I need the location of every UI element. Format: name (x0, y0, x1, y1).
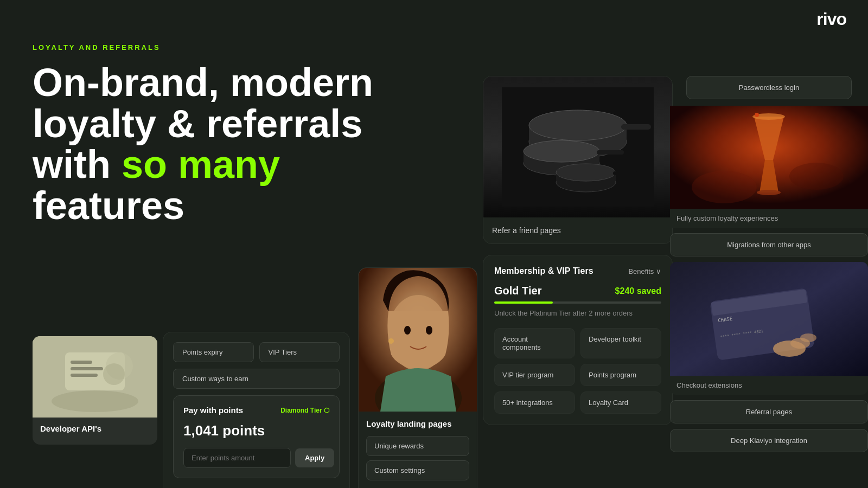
vip-tiers-pill: VIP Tiers (259, 342, 340, 362)
credit-card-illustration: CHASE **** **** **** 4821 (670, 262, 868, 376)
hero-title: On-brand, modern loyalty & referrals wit… (33, 62, 380, 226)
diamond-icon: ⬡ (324, 407, 329, 414)
points-input[interactable] (183, 448, 291, 468)
svg-point-32 (789, 163, 844, 190)
diamond-tier-badge: Diamond Tier ⬡ (280, 407, 329, 414)
vip-benefits: Benefits ∨ (628, 267, 661, 275)
hero-line1: On-brand, modern (33, 61, 373, 104)
svg-rect-22 (597, 150, 624, 155)
woman-photo (359, 268, 477, 412)
developer-bg-image (33, 336, 157, 418)
feature-loyalty-card: Loyalty Card (580, 391, 661, 414)
svg-point-12 (426, 326, 432, 335)
referral-card: Referral pages (670, 400, 868, 423)
features-panel: Points expiry VIP Tiers Custom ways to e… (163, 332, 350, 488)
vip-header: Membership & VIP Tiers Benefits ∨ (494, 266, 661, 276)
pay-with-points-card: Pay with points Diamond Tier ⬡ 1,041 poi… (173, 395, 340, 478)
cocktail-illustration (670, 106, 868, 209)
feature-account-components: Account components (494, 328, 575, 358)
feature-developer-toolkit: Developer toolkit (580, 328, 661, 358)
custom-ways-pill: Custom ways to earn (173, 369, 340, 389)
tier-progress-bar (494, 301, 661, 304)
cocktail-image (670, 106, 868, 209)
loyalty-landing-card: Loyalty landing pages Unique rewards Cus… (358, 267, 477, 488)
product-photo (483, 76, 672, 217)
pay-card-header: Pay with points Diamond Tier ⬡ (183, 406, 329, 415)
svg-rect-18 (621, 124, 651, 130)
savings-label: $240 saved (615, 286, 661, 296)
gold-tier-row: Gold Tier $240 saved (494, 285, 661, 297)
credit-card-image: CHASE **** **** **** 4821 (670, 262, 868, 376)
deepklaviyo-card: Deep Klaviyo integration (670, 429, 868, 452)
developer-card-label: Developer API's (33, 418, 157, 440)
apply-button[interactable]: Apply (295, 448, 334, 467)
svg-point-28 (757, 190, 781, 195)
custom-settings-btn: Custom settings (366, 460, 469, 480)
svg-point-30 (755, 113, 759, 117)
gold-tier-label: Gold Tier (494, 285, 541, 297)
passwordless-card: Passwordless login (686, 76, 852, 99)
svg-point-40 (800, 333, 816, 342)
feature-vip-tier-program: VIP tier program (494, 364, 575, 386)
pill-row-1: Points expiry VIP Tiers (173, 342, 340, 362)
hero-section: LOYALTY AND REFERRALS On-brand, modern l… (33, 43, 380, 226)
vip-sublabel: Unlock the Platinum Tier after 2 more or… (494, 309, 661, 317)
loyalty-landing-label: Loyalty landing pages (359, 412, 477, 436)
developer-api-card: Developer API's (33, 336, 157, 445)
svg-point-31 (692, 171, 757, 203)
feature-grid: Account components Developer toolkit VIP… (494, 328, 661, 414)
svg-point-13 (388, 338, 394, 344)
cocktail-label: Fully custom loyalty experiences (670, 209, 868, 228)
cocktail-card: Fully custom loyalty experiences (670, 106, 868, 228)
svg-point-11 (404, 326, 411, 335)
developer-illustration (33, 336, 157, 418)
feature-integrations: 50+ integrations (494, 391, 575, 414)
feature-points-program: Points program (580, 364, 661, 386)
svg-point-25 (556, 164, 616, 181)
header: rivo (0, 0, 868, 38)
svg-point-7 (103, 363, 125, 385)
hero-accent: so many (122, 143, 280, 186)
svg-point-17 (529, 110, 627, 140)
hero-line4: features (33, 184, 184, 227)
pay-card-title: Pay with points (183, 406, 243, 415)
tier-progress-fill (494, 301, 553, 304)
svg-point-1 (52, 390, 138, 412)
svg-rect-4 (71, 367, 103, 370)
card-label: Checkout extensions (670, 376, 868, 395)
points-amount: 1,041 points (183, 422, 329, 439)
migrations-card: Migrations from other apps (670, 233, 868, 256)
product-label: Refer a friend pages (483, 217, 672, 243)
right-column: Passwordless login (670, 76, 868, 452)
hero-line2: loyalty & referrals (33, 102, 362, 145)
woman-illustration (359, 268, 477, 412)
vip-title: Membership & VIP Tiers (494, 266, 593, 276)
woman-card-buttons: Unique rewards Custom settings (359, 436, 477, 488)
points-expiry-pill: Points expiry (173, 342, 254, 362)
credit-card-card: CHASE **** **** **** 4821 Checkout exten… (670, 262, 868, 395)
logo: rivo (816, 9, 846, 29)
svg-rect-5 (71, 374, 98, 377)
svg-rect-3 (71, 361, 92, 364)
vip-tiers-card: Membership & VIP Tiers Benefits ∨ Gold T… (483, 255, 673, 425)
hero-label: LOYALTY AND REFERRALS (33, 43, 380, 52)
unique-rewards-btn: Unique rewards (366, 436, 469, 456)
product-card: Refer a friend pages (483, 76, 673, 244)
hero-line3-prefix: with (33, 143, 122, 186)
svg-point-21 (524, 140, 599, 162)
pans-illustration (502, 87, 654, 207)
points-input-row: Apply (183, 448, 329, 468)
svg-rect-26 (613, 171, 637, 175)
